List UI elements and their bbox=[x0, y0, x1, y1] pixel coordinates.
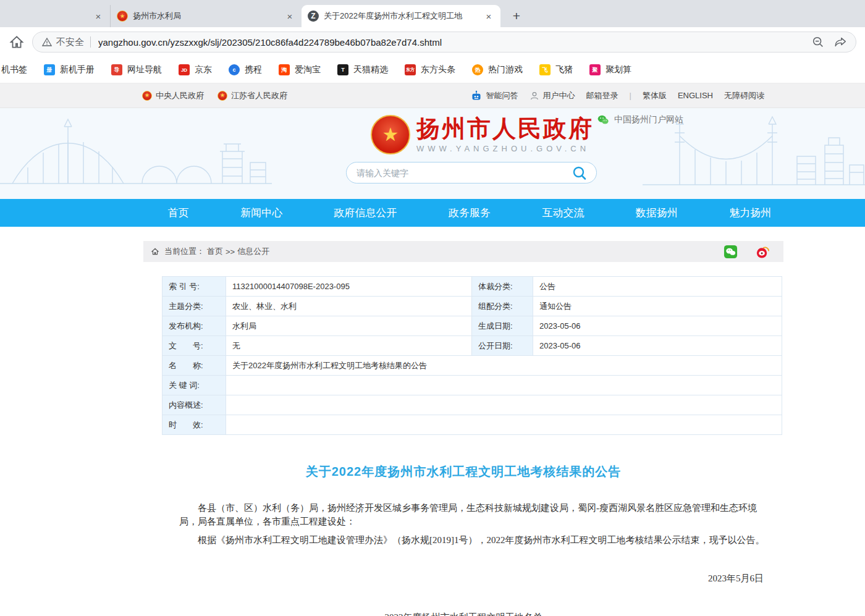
meta-row: 发布机构: 水利局 生成日期: 2023-05-06 bbox=[162, 316, 782, 336]
home-icon[interactable] bbox=[9, 34, 25, 50]
breadcrumb-home[interactable]: 首页 bbox=[207, 246, 223, 257]
meta-label: 文 号: bbox=[162, 336, 226, 356]
traditional-link[interactable]: 繁体版 bbox=[643, 90, 667, 101]
article-list-title: 2022年度扬州市水利工程文明工地名单 bbox=[143, 612, 783, 616]
mail-login-link[interactable]: 邮箱登录 bbox=[586, 90, 618, 101]
tab-cutoff[interactable] bbox=[0, 5, 110, 27]
search-icon[interactable] bbox=[572, 165, 588, 181]
meta-value-genre: 公告 bbox=[533, 277, 782, 297]
meta-value-category: 通知公告 bbox=[533, 297, 782, 316]
zoom-out-icon[interactable] bbox=[811, 35, 825, 49]
english-link[interactable]: ENGLISH bbox=[678, 91, 713, 100]
manual-icon: 册 bbox=[44, 64, 55, 75]
nav-data[interactable]: 数据扬州 bbox=[636, 206, 678, 220]
close-icon[interactable] bbox=[284, 11, 295, 22]
meta-row: 主题分类: 农业、林业、水利 组配分类: 通知公告 bbox=[162, 297, 782, 316]
meta-label: 发布机构: bbox=[162, 316, 226, 336]
site-url: WWW.YANGZHOU.GOV.CN bbox=[416, 144, 594, 153]
article-date: 2023年5月6日 bbox=[143, 573, 764, 584]
meta-row: 名 称: 关于2022年度扬州市水利工程文明工地考核结果的公告 bbox=[162, 356, 782, 376]
search-box bbox=[346, 162, 597, 184]
games-icon: 热 bbox=[472, 64, 483, 75]
smart-qa-link[interactable]: 智能问答 bbox=[470, 90, 518, 101]
close-icon[interactable] bbox=[483, 11, 494, 22]
meta-label: 生成日期: bbox=[472, 316, 533, 336]
user-center-link[interactable]: 用户中心 bbox=[530, 90, 575, 101]
meta-label: 关 键 词: bbox=[162, 376, 226, 395]
breadcrumb: 当前位置： 首页 >> 信息公开 bbox=[143, 241, 783, 262]
share-icon[interactable] bbox=[833, 35, 847, 49]
gov-emblem-icon bbox=[142, 91, 152, 101]
bookmark-fliggy[interactable]: 飞 飞猪 bbox=[539, 64, 573, 75]
meta-label: 体裁分类: bbox=[472, 277, 533, 297]
meta-row: 关 键 词: bbox=[162, 376, 782, 395]
meta-value-index-no: 11321000014407098E-2023-095 bbox=[226, 277, 472, 297]
juhuasuan-icon: 聚 bbox=[589, 64, 601, 75]
share-wechat-icon[interactable] bbox=[724, 245, 738, 259]
bookmark-taobao[interactable]: 淘 爱淘宝 bbox=[279, 64, 321, 75]
user-icon bbox=[530, 91, 539, 101]
bookmark-mobile[interactable]: 机书签 bbox=[1, 64, 27, 75]
nav-charm[interactable]: 魅力扬州 bbox=[729, 206, 771, 220]
meta-label: 索 引 号: bbox=[162, 277, 226, 297]
site-logo[interactable]: 扬州市人民政府 WWW.YANGZHOU.GOV.CN bbox=[371, 115, 594, 154]
article-paragraph: 各县（市、区）水利（务）局，扬州经济开发区城乡事务管理局，生态科技新城规划建设局… bbox=[179, 501, 765, 528]
close-icon[interactable] bbox=[93, 11, 104, 22]
meta-label: 组配分类: bbox=[472, 297, 533, 316]
tab-active-announcement[interactable]: 关于2022年度扬州市水利工程文明工地 bbox=[302, 5, 500, 27]
meta-value-keywords bbox=[226, 376, 782, 395]
site-favicon-icon bbox=[308, 11, 319, 22]
gov-topbar: 中央人民政府 江苏省人民政府 智能问答 bbox=[0, 83, 865, 108]
meta-value-created-date: 2023-05-06 bbox=[533, 316, 782, 336]
tab-bar: 扬州市水利局 关于2022年度扬州市水利工程文明工地 bbox=[0, 0, 865, 27]
bookmark-games[interactable]: 热 热门游戏 bbox=[472, 64, 523, 75]
tab-shuiliju[interactable]: 扬州市水利局 bbox=[110, 5, 302, 27]
search-input[interactable] bbox=[355, 167, 572, 179]
nav-news[interactable]: 新闻中心 bbox=[240, 206, 282, 220]
eastday-icon: 东方 bbox=[405, 64, 416, 75]
link-jiangsu-gov[interactable]: 江苏省人民政府 bbox=[217, 90, 287, 101]
link-central-gov[interactable]: 中央人民政府 bbox=[142, 90, 204, 101]
meta-label: 名 称: bbox=[162, 356, 226, 376]
article-paragraph: 根据《扬州市水利工程文明工地建设管理办法》（扬水规[2019]1号），2022年… bbox=[179, 533, 765, 547]
meta-value-topic: 农业、林业、水利 bbox=[226, 297, 472, 316]
new-tab-icon[interactable] bbox=[508, 7, 525, 25]
bookmark-ctrip[interactable]: c 携程 bbox=[229, 64, 262, 75]
breadcrumb-current[interactable]: 信息公开 bbox=[237, 246, 269, 257]
bookmarks-bar: 机书签 册 新机手册 导 网址导航 JD 京东 c 携程 淘 爱淘宝 T 天猫精… bbox=[0, 57, 865, 83]
banner-art-left bbox=[0, 108, 272, 199]
bookmark-xinji[interactable]: 册 新机手册 bbox=[44, 64, 95, 75]
meta-value-summary bbox=[226, 395, 782, 415]
nav-site-icon: 导 bbox=[111, 64, 122, 75]
robot-icon bbox=[470, 90, 483, 101]
article-title: 关于2022年度扬州市水利工程文明工地考核结果的公告 bbox=[143, 463, 783, 480]
breadcrumb-sep: >> bbox=[226, 247, 235, 256]
bookmark-tmall[interactable]: T 天猫精选 bbox=[337, 64, 388, 75]
accessible-link[interactable]: 无障碍阅读 bbox=[724, 90, 764, 101]
bookmark-jd[interactable]: JD 京东 bbox=[179, 64, 212, 75]
bookmark-daohang[interactable]: 导 网址导航 bbox=[111, 64, 162, 75]
portal-badge[interactable]: 中国扬州门户网站 bbox=[597, 114, 683, 126]
security-label[interactable]: 不安全 bbox=[56, 36, 84, 48]
breadcrumb-prefix: 当前位置： bbox=[164, 246, 205, 257]
nav-interaction[interactable]: 互动交流 bbox=[542, 206, 584, 220]
tmall-icon: T bbox=[337, 64, 348, 75]
meta-value-public-date: 2023-05-06 bbox=[533, 336, 782, 356]
meta-row: 文 号: 无 公开日期: 2023-05-06 bbox=[162, 336, 782, 356]
nav-info-disclosure[interactable]: 政府信息公开 bbox=[334, 206, 397, 220]
nav-home[interactable]: 首页 bbox=[168, 206, 189, 220]
share-weibo-icon[interactable] bbox=[755, 245, 770, 259]
meta-label: 公开日期: bbox=[472, 336, 533, 356]
nav-services[interactable]: 政务服务 bbox=[449, 206, 491, 220]
meta-label: 时 效: bbox=[162, 415, 226, 435]
ctrip-icon: c bbox=[229, 64, 240, 75]
meta-label: 内容概述: bbox=[162, 395, 226, 415]
article-body: 各县（市、区）水利（务）局，扬州经济开发区城乡事务管理局，生态科技新城规划建设局… bbox=[179, 501, 765, 547]
home-small-icon bbox=[151, 247, 159, 256]
meta-row: 索 引 号: 11321000014407098E-2023-095 体裁分类:… bbox=[162, 277, 782, 297]
url-text[interactable]: yangzhou.gov.cn/yzszxxgk/slj/202305/210c… bbox=[98, 37, 803, 48]
bookmark-eastday[interactable]: 东方 东方头条 bbox=[405, 64, 455, 75]
url-omnibox[interactable]: 不安全 yangzhou.gov.cn/yzszxxgk/slj/202305/… bbox=[32, 32, 856, 53]
bookmark-juhuasuan[interactable]: 聚 聚划算 bbox=[589, 64, 631, 75]
meta-label: 主题分类: bbox=[162, 297, 226, 316]
